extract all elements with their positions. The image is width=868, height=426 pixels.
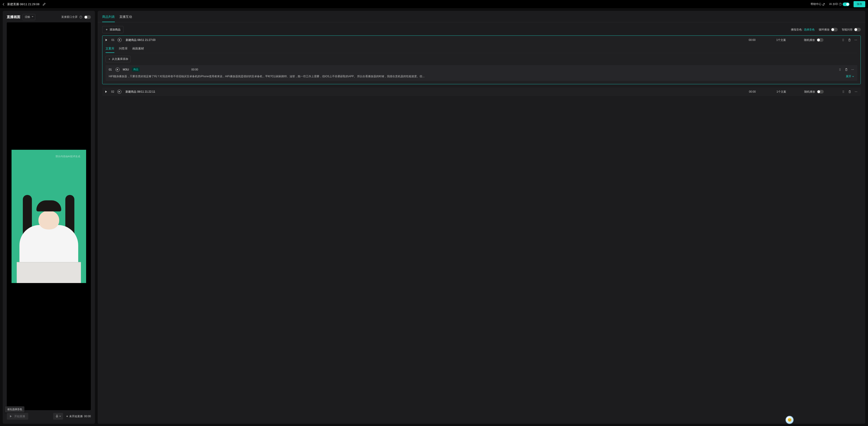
expand-label: 展开 (846, 74, 851, 78)
left-panel-footer: 开始直播 未开始直播 00:00 (7, 413, 91, 420)
expand-toggle-icon[interactable] (105, 91, 108, 93)
more-actions-icon[interactable] (855, 90, 858, 93)
product-sub-tabs: 文案库 问答库 画面素材 (105, 45, 857, 53)
fullscreen-help-icon[interactable] (79, 15, 82, 19)
smart-qa-label: 智能问答 (842, 28, 852, 32)
sub-tab-qa[interactable]: 问答库 (119, 45, 128, 53)
product-name: 新建商品 08/11 21:27:03 (126, 38, 155, 42)
more-actions-icon[interactable] (851, 68, 854, 71)
status-time: 00:00 (84, 415, 91, 418)
product-script-count: 1个文案 (776, 90, 786, 94)
delete-script-icon[interactable] (845, 68, 848, 71)
smart-qa-toggle[interactable] (854, 28, 861, 31)
fullscreen-toggle[interactable] (84, 15, 91, 19)
header-right: 帮助中心 AI 水印 保存 (811, 1, 865, 7)
start-live-label: 开始直播 (14, 415, 25, 418)
svg-point-12 (839, 68, 840, 69)
external-link-icon (822, 3, 825, 6)
script-tag: 商品 (132, 67, 140, 72)
svg-point-29 (857, 92, 857, 92)
svg-point-13 (840, 68, 841, 69)
product-name: 新建商品 08/11 21:22:11 (125, 90, 155, 94)
help-center-link[interactable]: 帮助中心 (811, 2, 825, 6)
drag-handle-icon[interactable] (838, 68, 842, 71)
expand-toggle-icon[interactable] (105, 39, 108, 41)
svg-point-22 (844, 91, 844, 91)
ai-watermark-group: AI 水印 (829, 2, 849, 6)
edit-title-icon[interactable] (42, 3, 46, 6)
start-live-button[interactable]: 开始直播 (7, 413, 28, 420)
chevron-down-icon (852, 75, 854, 78)
sub-tab-media[interactable]: 画面素材 (132, 45, 144, 53)
drag-handle-icon[interactable] (842, 90, 845, 93)
page-title: 新建直播 08/11 21:29:08 (7, 2, 39, 6)
script-row-header: 01 M3U 商品 00:00 (109, 67, 854, 72)
import-script-label: 从文案库添加 (112, 57, 128, 61)
assistant-bubble[interactable]: 😊 (786, 416, 794, 424)
svg-point-25 (843, 92, 843, 93)
svg-point-28 (856, 92, 856, 92)
product-card-header[interactable]: 02 新建商品 08/11 21:22:11 00:00 1个文案 随机播放 (102, 88, 861, 96)
quality-select[interactable]: 流畅 (23, 14, 35, 20)
sub-tab-scripts[interactable]: 文案库 (105, 45, 114, 53)
svg-point-27 (855, 92, 855, 92)
random-play-toggle[interactable] (817, 90, 824, 94)
random-play-label: 随机播放 (804, 38, 815, 42)
delete-product-icon[interactable] (848, 38, 851, 41)
product-card: 01 新建商品 08/11 21:27:03 00:00 1个文案 随机播放 (102, 35, 861, 84)
drag-handle-icon[interactable] (842, 38, 845, 41)
add-product-label: 添加商品 (110, 28, 121, 32)
product-card-header[interactable]: 01 新建商品 08/11 21:27:03 00:00 1个文案 随机播放 (102, 36, 861, 44)
svg-point-6 (843, 40, 844, 40)
play-product-button[interactable] (118, 38, 122, 42)
add-product-button[interactable]: ＋ 添加商品 (102, 26, 123, 33)
help-center-label: 帮助中心 (811, 2, 822, 6)
ai-watermark-toggle[interactable] (843, 2, 849, 6)
svg-point-24 (844, 92, 844, 92)
delete-product-icon[interactable] (848, 90, 851, 93)
svg-point-9 (855, 40, 855, 40)
play-triangle-icon (10, 415, 13, 418)
product-index: 02 (111, 90, 114, 93)
status-dot-icon (66, 416, 68, 417)
more-actions-icon[interactable] (854, 38, 857, 41)
back-chevron-icon[interactable] (2, 3, 5, 6)
ai-generated-note: 部分内容由AI技术生成 (56, 155, 80, 158)
fullscreen-label: 直播窗口全屏 (61, 15, 78, 19)
mic-button[interactable] (53, 413, 63, 420)
svg-point-19 (852, 69, 853, 70)
select-voice-link[interactable]: 选择音色 (804, 28, 815, 32)
tab-product-list[interactable]: 商品列表 (102, 13, 115, 22)
loop-segment: 循环播放 (819, 28, 838, 32)
voice-required-tooltip: 请先选择音色 (5, 406, 24, 413)
expand-script-link[interactable]: 展开 (846, 74, 854, 78)
svg-point-16 (839, 70, 840, 71)
product-script-count: 1个文案 (776, 38, 786, 42)
svg-point-4 (843, 39, 844, 39)
product-duration: 00:00 (749, 38, 755, 41)
play-script-button[interactable] (116, 68, 120, 72)
loop-play-toggle[interactable] (831, 28, 838, 31)
product-duration: 00:00 (749, 90, 756, 93)
virtual-avatar (17, 195, 81, 283)
import-script-button[interactable]: ＋ 从文案库添加 (105, 56, 131, 62)
svg-point-26 (844, 92, 844, 93)
plus-icon: ＋ (105, 28, 108, 32)
svg-point-14 (839, 69, 840, 70)
help-question-icon[interactable] (839, 3, 842, 6)
broadcast-voice-label: 播报音色: (791, 28, 802, 32)
live-preview[interactable]: 部分内容由AI技术生成 (11, 150, 86, 283)
header-left: 新建直播 08/11 21:29:08 (2, 2, 46, 6)
random-play-toggle[interactable] (817, 38, 824, 42)
save-button[interactable]: 保存 (854, 1, 865, 7)
play-product-button[interactable] (117, 90, 121, 94)
svg-point-23 (843, 92, 843, 92)
chevron-down-icon (59, 415, 61, 417)
product-toolbar: ＋ 添加商品 播报音色: 选择音色 循环播放 智能问答 (98, 22, 865, 35)
script-index: 01 (109, 68, 112, 71)
svg-point-3 (842, 39, 843, 39)
status-text: 未开始直播 (69, 415, 83, 418)
tab-live-interaction[interactable]: 直播互动 (119, 13, 132, 22)
product-card-body: 文案库 问答库 画面素材 ＋ 从文案库添加 01 M3U 商品 00:00 (102, 44, 861, 84)
top-header: 新建直播 08/11 21:29:08 帮助中心 AI 水印 保存 (0, 0, 868, 8)
